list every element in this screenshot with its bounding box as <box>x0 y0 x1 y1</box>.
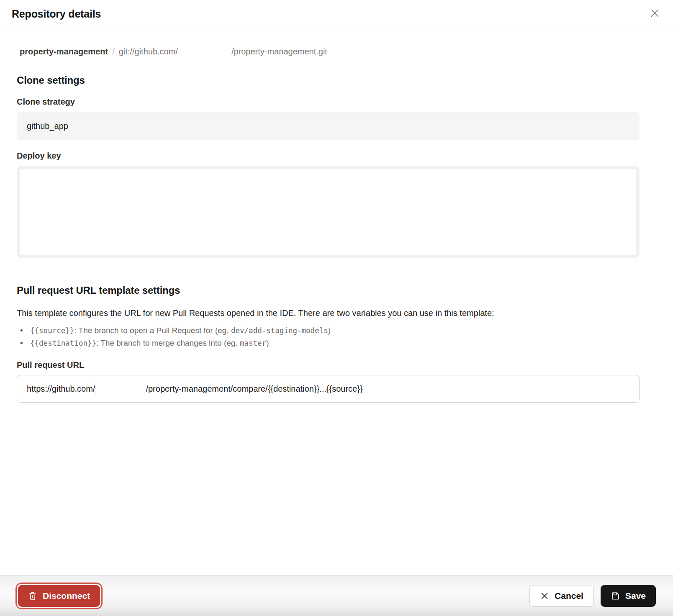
source-variable-close: ) <box>328 326 331 335</box>
deploy-key-label: Deploy key <box>17 151 640 161</box>
close-icon <box>649 8 660 20</box>
breadcrumb-repo-name: property-management <box>20 47 108 56</box>
source-variable-code: {{source}} <box>30 326 74 335</box>
pr-template-description: This template configures the URL for new… <box>17 308 640 318</box>
pr-template-heading: Pull request URL template settings <box>17 285 640 296</box>
disconnect-button[interactable]: Disconnect <box>18 585 100 607</box>
save-button[interactable]: Save <box>601 585 656 607</box>
breadcrumb-separator: / <box>112 47 115 56</box>
source-variable-item: {{source}}: The branch to open a Pull Re… <box>30 324 640 337</box>
save-button-label: Save <box>625 591 646 601</box>
disconnect-button-label: Disconnect <box>43 591 90 601</box>
clone-strategy-label: Clone strategy <box>17 97 640 107</box>
destination-variable-code: {{destination}} <box>30 339 96 347</box>
clone-strategy-input: github_app <box>17 112 640 140</box>
template-variables-list: {{source}}: The branch to open a Pull Re… <box>17 324 640 349</box>
pr-url-label: Pull request URL <box>17 360 640 370</box>
clone-settings-heading: Clone settings <box>17 74 640 86</box>
pr-url-value-prefix: https://github.com/ <box>27 384 95 394</box>
cancel-button-label: Cancel <box>555 591 583 601</box>
pr-url-value-suffix: /property-management/compare/{{destinati… <box>146 384 362 394</box>
cancel-x-icon <box>540 591 549 601</box>
cancel-button[interactable]: Cancel <box>529 585 594 607</box>
destination-variable-text: : The branch to merge changes into (eg. <box>96 339 240 347</box>
pr-url-input[interactable]: https://github.com//property-management/… <box>17 375 640 403</box>
destination-variable-example: master <box>240 339 266 347</box>
breadcrumb-url-suffix: /property-management.git <box>231 47 327 56</box>
clone-strategy-value: github_app <box>27 121 68 131</box>
modal-title: Repository details <box>12 8 101 20</box>
source-variable-example: dev/add-staging-models <box>231 326 328 335</box>
footer-actions: Cancel Save <box>529 585 656 607</box>
breadcrumb: property-management/git://github.com//pr… <box>20 47 640 56</box>
modal-header: Repository details <box>0 0 673 28</box>
deploy-key-textarea[interactable] <box>17 166 640 258</box>
source-variable-text: : The branch to open a Pull Request for … <box>74 326 231 335</box>
modal-body: property-management/git://github.com//pr… <box>0 47 673 403</box>
close-button[interactable] <box>647 6 662 22</box>
redacted-org-segment <box>95 382 146 396</box>
modal-footer: Disconnect Cancel Save <box>0 575 673 616</box>
breadcrumb-url-prefix: git://github.com/ <box>119 47 178 56</box>
destination-variable-item: {{destination}}: The branch to merge cha… <box>30 337 640 349</box>
repository-details-modal: Repository details property-management/g… <box>0 0 673 403</box>
save-floppy-icon <box>611 591 620 601</box>
destination-variable-close: ) <box>266 339 269 347</box>
trash-icon <box>28 591 37 601</box>
